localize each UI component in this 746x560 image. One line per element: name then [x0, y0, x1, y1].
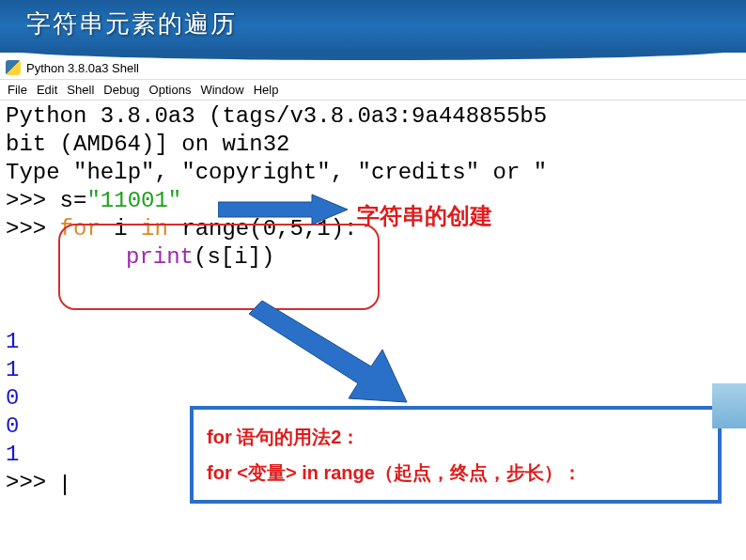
- menu-options[interactable]: Options: [149, 83, 192, 97]
- menu-help[interactable]: Help: [254, 83, 279, 97]
- banner-line-1: Python 3.8.0a3 (tags/v3.8.0a3:9a448855b5: [6, 102, 740, 131]
- annotation-string-creation: 字符串的创建: [357, 201, 492, 231]
- annotation-for-usage-box: for 语句的用法2： for <变量> in range（起点，终点，步长）：: [190, 406, 722, 504]
- svg-marker-1: [249, 301, 407, 402]
- svg-marker-0: [218, 194, 348, 225]
- menu-edit[interactable]: Edit: [37, 83, 57, 97]
- arrow-right-icon: [218, 193, 350, 226]
- menu-file[interactable]: File: [8, 83, 27, 97]
- banner-line-3: Type "help", "copyright", "credits" or ": [6, 159, 740, 187]
- shell-window-title: Python 3.8.0a3 Shell: [26, 61, 139, 75]
- arrow-diagonal-icon: [249, 301, 409, 404]
- menu-bar: File Edit Shell Debug Options Window Hel…: [0, 80, 746, 101]
- python-icon: [6, 60, 21, 75]
- annotation-for-syntax: for <变量> in range（起点，终点，步长）：: [207, 455, 705, 490]
- cursor-icon: [64, 474, 66, 495]
- for-loop-highlight-box: [58, 224, 380, 310]
- banner-line-2: bit (AMD64)] on win32: [6, 131, 740, 159]
- annotation-for-title: for 语句的用法2：: [207, 419, 705, 455]
- slide-title: 字符串元素的遍历: [0, 0, 746, 48]
- menu-debug[interactable]: Debug: [103, 83, 139, 97]
- menu-window[interactable]: Window: [200, 83, 243, 97]
- slide-header: 字符串元素的遍历: [0, 0, 746, 53]
- decorative-cube-icon: [712, 383, 746, 428]
- menu-shell[interactable]: Shell: [67, 83, 94, 97]
